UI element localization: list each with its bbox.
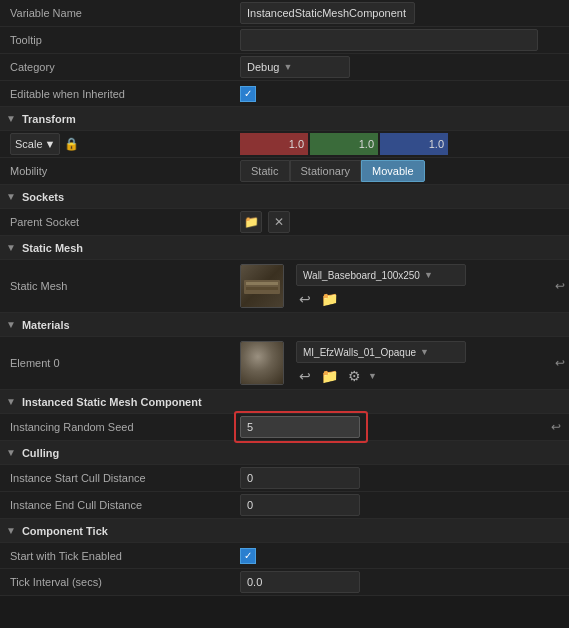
element0-right: MI_EfzWalls_01_Opaque ▼ ↩ 📁 ⚙ ▼ [290, 341, 545, 385]
static-mesh-section-header[interactable]: ▼ Static Mesh [0, 236, 569, 260]
editable-inherited-label: Editable when Inherited [0, 88, 240, 100]
editable-inherited-row: Editable when Inherited [0, 81, 569, 107]
instanced-section-title: Instanced Static Mesh Component [22, 396, 202, 408]
static-mesh-bottom-controls: ↩ 📁 [296, 290, 545, 308]
static-mesh-undo-btn[interactable]: ↩ [551, 279, 569, 293]
mobility-stationary-btn[interactable]: Stationary [290, 160, 362, 182]
scale-row: Scale ▼ 🔒 [0, 131, 569, 158]
element0-bottom-controls: ↩ 📁 ⚙ ▼ [296, 367, 545, 385]
instanced-chevron: ▼ [6, 396, 16, 407]
instancing-seed-value-area [240, 416, 547, 438]
tooltip-input[interactable] [240, 29, 538, 51]
lock-icon[interactable]: 🔒 [64, 137, 79, 151]
culling-section-title: Culling [22, 447, 59, 459]
static-mesh-reset-btn[interactable]: ↩ [296, 290, 314, 308]
component-tick-section-title: Component Tick [22, 525, 108, 537]
culling-section-header[interactable]: ▼ Culling [0, 441, 569, 465]
sockets-section-header[interactable]: ▼ Sockets [0, 185, 569, 209]
mobility-row: Mobility Static Stationary Movable [0, 158, 569, 185]
static-mesh-dropdown-value: Wall_Baseboard_100x250 [303, 270, 420, 281]
category-dropdown-value: Debug [247, 61, 279, 73]
scale-label-area: Scale ▼ 🔒 [0, 133, 240, 155]
category-dropdown[interactable]: Debug ▼ [240, 56, 350, 78]
seed-undo-btn[interactable]: ↩ [547, 420, 565, 434]
tick-interval-label: Tick Interval (secs) [0, 576, 240, 588]
element0-row: Element 0 MI_EfzWalls_01_Opaque ▼ ↩ 📁 ⚙ … [0, 337, 569, 390]
element0-undo-btn[interactable]: ↩ [551, 356, 569, 370]
static-mesh-label: Static Mesh [0, 280, 240, 292]
variable-name-row: Variable Name [0, 0, 569, 27]
socket-clear-btn[interactable]: ✕ [268, 211, 290, 233]
transform-section-header[interactable]: ▼ Transform [0, 107, 569, 131]
element0-dropdown-arrow: ▼ [420, 347, 429, 357]
element0-dropdown[interactable]: MI_EfzWalls_01_Opaque ▼ [296, 341, 466, 363]
element0-label: Element 0 [0, 357, 240, 369]
tick-interval-input[interactable] [240, 571, 360, 593]
element0-extra-btn[interactable]: ⚙ [345, 367, 364, 385]
mobility-value-area: Static Stationary Movable [240, 160, 569, 182]
socket-controls: 📁 ✕ [240, 211, 290, 233]
socket-browse-btn[interactable]: 📁 [240, 211, 262, 233]
properties-panel: Variable Name Tooltip Category Debug ▼ E… [0, 0, 569, 596]
mobility-label: Mobility [0, 165, 240, 177]
mobility-static-btn[interactable]: Static [240, 160, 290, 182]
element0-browse-btn[interactable]: 📁 [318, 367, 341, 385]
category-dropdown-arrow: ▼ [283, 62, 292, 72]
materials-section-title: Materials [22, 319, 70, 331]
parent-socket-label: Parent Socket [0, 216, 240, 228]
static-mesh-row: Static Mesh Wall_Baseboard_100x250 ▼ [0, 260, 569, 313]
start-tick-row: Start with Tick Enabled [0, 543, 569, 569]
svg-rect-2 [246, 287, 278, 290]
scale-y-input[interactable] [310, 133, 378, 155]
instancing-seed-input[interactable] [240, 416, 360, 438]
category-label: Category [0, 61, 240, 73]
tick-interval-row: Tick Interval (secs) [0, 569, 569, 596]
instanced-section-header[interactable]: ▼ Instanced Static Mesh Component [0, 390, 569, 414]
start-cull-value-area [240, 467, 569, 489]
start-tick-label: Start with Tick Enabled [0, 550, 240, 562]
materials-section-header[interactable]: ▼ Materials [0, 313, 569, 337]
static-mesh-browse-btn[interactable]: 📁 [318, 290, 341, 308]
element0-reset-btn[interactable]: ↩ [296, 367, 314, 385]
vec-inputs [240, 133, 448, 155]
editable-inherited-checkbox[interactable] [240, 86, 256, 102]
end-cull-label: Instance End Cull Distance [0, 499, 240, 511]
variable-name-value-area [240, 2, 569, 24]
element0-thumb-image [241, 342, 283, 384]
materials-chevron: ▼ [6, 319, 16, 330]
element0-dropdown-value: MI_EfzWalls_01_Opaque [303, 347, 416, 358]
tick-interval-value-area [240, 571, 569, 593]
element0-top-controls: MI_EfzWalls_01_Opaque ▼ [296, 341, 545, 363]
scale-x-input[interactable] [240, 133, 308, 155]
tooltip-label: Tooltip [0, 34, 240, 46]
tooltip-value-area [240, 29, 569, 51]
static-mesh-value-area: Wall_Baseboard_100x250 ▼ ↩ 📁 ↩ [240, 264, 569, 308]
transform-section-title: Transform [22, 113, 76, 125]
end-cull-value-area [240, 494, 569, 516]
component-tick-section-header[interactable]: ▼ Component Tick [0, 519, 569, 543]
parent-socket-row: Parent Socket 📁 ✕ [0, 209, 569, 236]
static-mesh-dropdown-arrow: ▼ [424, 270, 433, 280]
instancing-seed-label: Instancing Random Seed [0, 421, 240, 433]
scale-dropdown[interactable]: Scale ▼ [10, 133, 60, 155]
scale-z-input[interactable] [380, 133, 448, 155]
start-cull-input[interactable] [240, 467, 360, 489]
category-row: Category Debug ▼ [0, 54, 569, 81]
start-tick-checkbox[interactable] [240, 548, 256, 564]
svg-rect-1 [246, 282, 278, 285]
start-cull-row: Instance Start Cull Distance [0, 465, 569, 492]
static-mesh-dropdown[interactable]: Wall_Baseboard_100x250 ▼ [296, 264, 466, 286]
transform-chevron: ▼ [6, 113, 16, 124]
element0-thumbnail [240, 341, 284, 385]
instancing-seed-row: Instancing Random Seed ↩ → [0, 414, 569, 441]
editable-inherited-value-area [240, 86, 569, 102]
category-value-area: Debug ▼ [240, 56, 569, 78]
variable-name-input[interactable] [240, 2, 415, 24]
static-mesh-top-controls: Wall_Baseboard_100x250 ▼ [296, 264, 545, 286]
static-mesh-right: Wall_Baseboard_100x250 ▼ ↩ 📁 [290, 264, 545, 308]
mobility-movable-btn[interactable]: Movable [361, 160, 425, 182]
sockets-chevron: ▼ [6, 191, 16, 202]
tooltip-row: Tooltip [0, 27, 569, 54]
static-mesh-thumb-image [241, 265, 283, 307]
end-cull-input[interactable] [240, 494, 360, 516]
